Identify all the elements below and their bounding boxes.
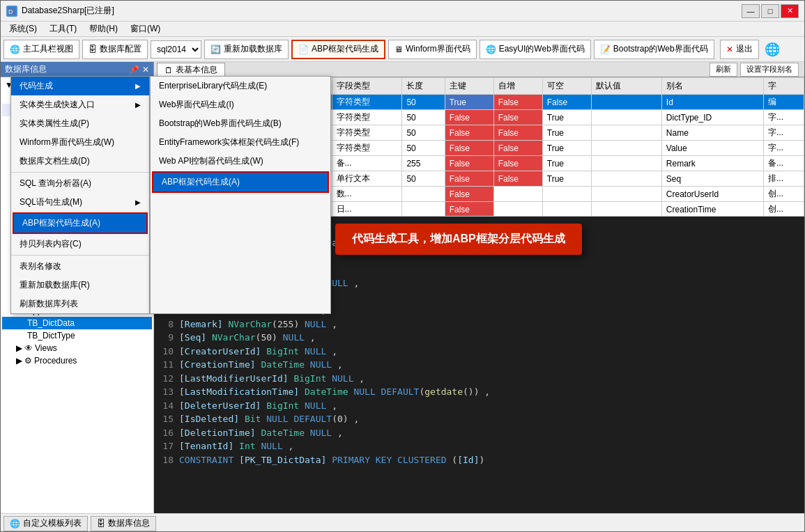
db-config-btn[interactable]: 🗄 数据库配置 (82, 40, 148, 59)
refresh-btn[interactable]: 刷新 (710, 63, 737, 77)
ctx-sql-analyzer[interactable]: SQL 查询分析器(A) (11, 174, 149, 193)
tooltip-overlay: 代码生成工具，增加ABP框架分层代码生成 (335, 224, 582, 255)
close-button[interactable]: ✕ (781, 4, 799, 18)
abp-codegen-btn[interactable]: 📄 ABP框架代码生成 (291, 40, 385, 59)
table-cell: 255 (402, 156, 445, 171)
ctx-refresh-list[interactable]: 刷新数据库列表 (11, 295, 149, 313)
ctx-dbdoc[interactable]: 数据库文档生成(D) (11, 152, 149, 171)
main-toolbar-btn[interactable]: 🌐 主工具栏视图 (3, 40, 79, 59)
ctx-entity-quick[interactable]: 实体类生成快速入口 ▶ (11, 95, 149, 114)
custom-template-btn[interactable]: 🌐 自定义模板列表 (3, 516, 88, 531)
table-cell: False (445, 141, 493, 156)
table-cell (402, 187, 445, 202)
submenu-ef[interactable]: EntityFramework实体框架代码生成(F) (151, 133, 330, 152)
table-cell: 字符类型 (332, 95, 402, 110)
table-cell: 创... (764, 187, 804, 202)
table-cell: DictType_ID (661, 110, 763, 125)
winform-btn[interactable]: 🖥 Winform界面代码 (388, 40, 477, 59)
reload-db-btn[interactable]: 🔄 重新加载数据库 (204, 40, 289, 59)
menu-system[interactable]: 系统(S) (3, 22, 43, 36)
table-cell: 数... (332, 187, 402, 202)
table-cell (493, 187, 542, 202)
table-cell: 字符类型 (332, 141, 402, 156)
submenu-bootstrap[interactable]: Bootstrap的Web界面代码生成(B) (151, 114, 330, 133)
table-cell (542, 202, 591, 217)
db-info-btn[interactable]: 🗄 数据库信息 (91, 516, 156, 531)
menu-help[interactable]: 帮助(H) (84, 22, 123, 36)
bootstrap-icon: 📝 (600, 45, 611, 54)
sidebar-pin-btn[interactable]: 📌 (129, 65, 139, 75)
table-cell (591, 171, 661, 187)
submenu-enterprise[interactable]: EnterpriseLibrary代码生成(E) (151, 77, 330, 95)
table-cell: False (493, 156, 542, 171)
sidebar-close-btn[interactable]: ✕ (142, 65, 149, 75)
col-default: 默认值 (591, 78, 661, 95)
table-cell: True (542, 171, 591, 187)
abp-icon: 📄 (298, 45, 309, 54)
code-line: 13 [LastModificationTime] DateTime NULL … (160, 385, 799, 399)
code-line: 14 [DeleterUserId] BigInt NULL , (160, 399, 799, 413)
table-cell: 50 (402, 95, 445, 110)
table-cell (591, 141, 661, 156)
col-autoinc: 自增 (493, 78, 542, 95)
ctx-sep1 (11, 172, 149, 173)
col-nullable: 可空 (542, 78, 591, 95)
tab-table-basic[interactable]: 🗒 表基本信息 (157, 63, 225, 77)
table-cell: 单行文本 (332, 171, 402, 187)
exit-btn[interactable]: ✕ 退出 (720, 40, 759, 59)
table-cell: Value (661, 141, 763, 156)
sql-version-select[interactable]: sql2014 sql2012 sql2008 (151, 40, 201, 58)
submenu-web[interactable]: Web界面代码生成(I) (151, 95, 330, 114)
submenu-abp[interactable]: ABP框架代码生成(A) (152, 171, 329, 193)
ctx-sql-gen[interactable]: SQL语句生成(M) ▶ (11, 193, 149, 212)
table-cell: Id (661, 95, 763, 110)
menu-tools[interactable]: 工具(T) (44, 22, 82, 36)
table-cell: 编 (764, 95, 804, 110)
tree-item-tb-dicttype[interactable]: TB_DictType (2, 329, 152, 342)
table-cell: 50 (402, 171, 445, 187)
table-cell (591, 156, 661, 171)
maximize-button[interactable]: □ (761, 4, 779, 18)
tooltip-text: 代码生成工具，增加ABP框架分层代码生成 (352, 233, 565, 244)
menu-bar: 系统(S) 工具(T) 帮助(H) 窗口(W) (1, 22, 804, 37)
minimize-button[interactable]: — (742, 4, 760, 18)
table-cell: 50 (402, 141, 445, 156)
table-cell: CreatorUserId (661, 187, 763, 202)
table-cell: 备... (332, 156, 402, 171)
bottom-bar: 🌐 自定义模板列表 🗄 数据库信息 (1, 513, 804, 532)
table-cell (542, 187, 591, 202)
tree-views-folder[interactable]: ▶ 👁 Views (2, 342, 152, 354)
tree-procedures-folder[interactable]: ▶ ⚙ Procedures (2, 354, 152, 367)
ctx-copy-list[interactable]: 持贝列表内容(C) (11, 235, 149, 253)
views-label: Views (35, 343, 57, 353)
ctx-reload-db[interactable]: 重新加载数据库(R) (11, 276, 149, 295)
code-line: 10 [CreatorUserId] BigInt NULL , (160, 345, 799, 359)
ctx-entity-props[interactable]: 实体类属性生成(P) (11, 114, 149, 133)
code-line: 16 [DeletionTime] DateTime NULL , (160, 426, 799, 440)
app-icon: D (6, 6, 17, 17)
title-bar: D Database2Sharp[已注册] — □ ✕ (1, 1, 804, 22)
tree-item-tb-dictdata[interactable]: TB_DictData (2, 317, 152, 329)
submenu-webapi[interactable]: Web API控制器代码生成(W) (151, 152, 330, 171)
table-icon: 🗒 (164, 65, 173, 75)
ctx-codegen[interactable]: 代码生成 ▶ (11, 77, 149, 95)
table-cell: False (445, 156, 493, 171)
code-line: 17 [TenantId] Int NULL , (160, 439, 799, 453)
ctx-abp-codegen[interactable]: ABP框架代码生成(A) (13, 212, 148, 234)
bootstrap-btn[interactable]: 📝 Bootstrap的Web界面代码 (594, 40, 714, 59)
table-cell: True (542, 110, 591, 125)
submenu: EnterpriseLibrary代码生成(E) Web界面代码生成(I) Bo… (150, 76, 331, 314)
field-rename-btn[interactable]: 设置字段别名 (740, 63, 799, 77)
ctx-alias-modify[interactable]: 表别名修改 (11, 257, 149, 276)
menu-window[interactable]: 窗口(W) (125, 22, 166, 36)
table-cell: 字符类型 (332, 110, 402, 125)
ctx-winform[interactable]: Winform界面代码生成(W) (11, 133, 149, 152)
table-cell: False (445, 125, 493, 141)
table-cell: False (445, 110, 493, 125)
easyui-btn[interactable]: 🌐 EasyUI的Web界面代码 (480, 40, 591, 59)
table-cell: False (542, 95, 591, 110)
sidebar-header-label: 数据库信息 (5, 63, 47, 75)
code-line: 9 [Seq] NVarChar(50) NULL , (160, 331, 799, 345)
table-cell (591, 202, 661, 217)
context-menu-container: 代码生成 ▶ 实体类生成快速入口 ▶ 实体类属性生成(P) Winform界面代… (10, 76, 331, 314)
